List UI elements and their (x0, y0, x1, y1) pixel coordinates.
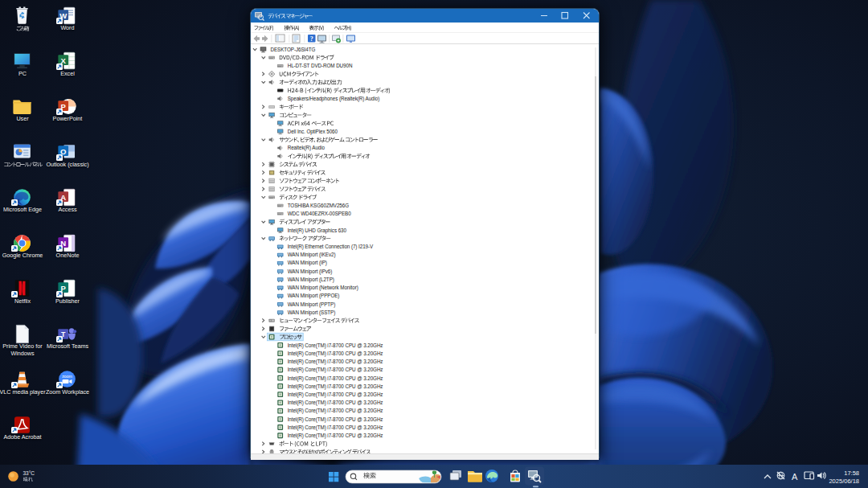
svg-text:WAN Miniport (IPv6): WAN Miniport (IPv6) (288, 269, 333, 275)
svg-text:A: A (792, 472, 798, 482)
svg-text:Intel(R) Core(TM) i7-8700 CPU: Intel(R) Core(TM) i7-8700 CPU @ 3.20GHz (288, 351, 383, 357)
svg-text:WAN Miniport (L2TP): WAN Miniport (L2TP) (288, 277, 334, 283)
svg-text:WAN Miniport (PPPOE): WAN Miniport (PPPOE) (288, 293, 340, 299)
svg-text:Speakers/Headphones (Realtek(R: Speakers/Headphones (Realtek(R) Audio) (288, 96, 380, 102)
svg-text:Intel(R) Core(TM) i7-8700 CPU: Intel(R) Core(TM) i7-8700 CPU @ 3.20GHz (288, 392, 383, 398)
svg-text:Intel(R) Core(TM) i7-8700 CPU: Intel(R) Core(TM) i7-8700 CPU @ 3.20GHz (288, 424, 383, 431)
svg-text:Intel(R) Core(TM) i7-8700 CPU: Intel(R) Core(TM) i7-8700 CPU @ 3.20GHz (288, 383, 383, 390)
svg-text:WAN Miniport (IKEv2): WAN Miniport (IKEv2) (288, 252, 336, 258)
svg-text:Dell Inc. OptiPlex 5060: Dell Inc. OptiPlex 5060 (288, 129, 338, 135)
svg-text:Intel(R) Core(TM) i7-8700 CPU: Intel(R) Core(TM) i7-8700 CPU @ 3.20GHz (288, 433, 383, 439)
svg-text:Intel(R) UHD Graphics 630: Intel(R) UHD Graphics 630 (288, 228, 347, 234)
svg-text:Intel(R) Core(TM) i7-8700 CPU: Intel(R) Core(TM) i7-8700 CPU @ 3.20GHz (288, 359, 383, 365)
svg-text:WAN Miniport (SSTP): WAN Miniport (SSTP) (288, 310, 335, 316)
svg-text:33°C: 33°C (23, 470, 35, 476)
svg-text:WAN Miniport (IP): WAN Miniport (IP) (288, 260, 327, 266)
svg-text:HL-DT-ST DVD-ROM DU90N: HL-DT-ST DVD-ROM DU90N (288, 63, 353, 68)
svg-text:WAN Miniport (PPTP): WAN Miniport (PPTP) (288, 301, 335, 308)
svg-text:DESKTOP-J6SI4TG: DESKTOP-J6SI4TG (271, 47, 316, 52)
svg-text:Realtek(R) Audio: Realtek(R) Audio (288, 145, 326, 151)
svg-text:Intel(R) Core(TM) i7-8700 CPU: Intel(R) Core(TM) i7-8700 CPU @ 3.20GHz (288, 342, 383, 349)
svg-text:Intel(R) Ethernet Connection (: Intel(R) Ethernet Connection (7) I219-V (288, 244, 374, 250)
svg-text:TOSHIBA KSG60ZMV256G: TOSHIBA KSG60ZMV256G (288, 203, 350, 208)
svg-text:Intel(R) Core(TM) i7-8700 CPU: Intel(R) Core(TM) i7-8700 CPU @ 3.20GHz (288, 400, 383, 406)
svg-text:2025/06/18: 2025/06/18 (829, 478, 859, 485)
svg-text:17:58: 17:58 (844, 470, 859, 477)
svg-text:zoom: zoom (62, 375, 72, 379)
svg-text:?: ? (310, 35, 313, 43)
svg-text:WAN Miniport (Network Monitor): WAN Miniport (Network Monitor) (288, 285, 358, 291)
svg-text:Intel(R) Core(TM) i7-8700 CPU: Intel(R) Core(TM) i7-8700 CPU @ 3.20GHz (288, 408, 383, 414)
svg-text:Intel(R) Core(TM) i7-8700 CPU: Intel(R) Core(TM) i7-8700 CPU @ 3.20GHz (288, 375, 383, 382)
svg-text:WDC WD40EZRX-00SPEB0: WDC WD40EZRX-00SPEB0 (288, 211, 351, 216)
svg-text:Intel(R) Core(TM) i7-8700 CPU: Intel(R) Core(TM) i7-8700 CPU @ 3.20GHz (288, 416, 383, 423)
svg-text:Intel(R) Core(TM) i7-8700 CPU: Intel(R) Core(TM) i7-8700 CPU @ 3.20GHz (288, 367, 383, 373)
